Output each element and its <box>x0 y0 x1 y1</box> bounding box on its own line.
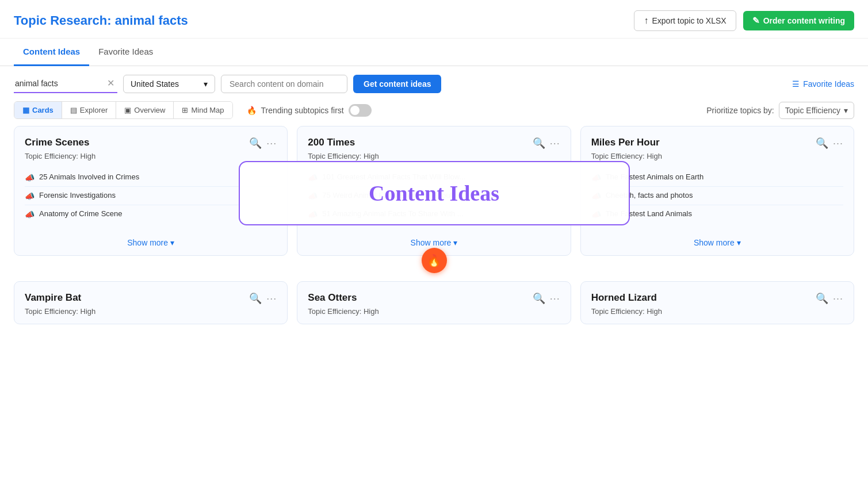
card-miles-per-hour: Miles Per Hour 🔍 ··· Topic Efficiency: H… <box>580 126 854 256</box>
page-header: Topic Research: animal facts ↑ Export to… <box>0 0 868 39</box>
view-switcher-bar: ▦ Cards ▤ Explorer ▣ Overview ⊞ Mind Map… <box>0 101 868 126</box>
topic-search-input[interactable] <box>15 79 107 88</box>
view-explorer-button[interactable]: ▤ Explorer <box>62 102 116 118</box>
card-search-button[interactable]: 🔍 <box>249 137 262 149</box>
edit-icon: ✎ <box>752 16 760 26</box>
chevron-down-icon: ▾ <box>453 238 457 247</box>
view-mindmap-button[interactable]: ⊞ Mind Map <box>174 102 232 118</box>
card-more-button[interactable]: ··· <box>266 137 277 149</box>
show-more-button[interactable]: Show more ▾ <box>591 230 843 255</box>
favorite-ideas-link[interactable]: ☰ Favorite Ideas <box>792 79 854 89</box>
fire-icon: 🔥 <box>427 254 441 267</box>
overview-icon: ▣ <box>124 106 131 114</box>
mindmap-icon: ⊞ <box>182 106 188 114</box>
card-items-list: 📣 25 Animals Involved in Crimes 📣 Forens… <box>25 168 277 223</box>
tab-bar: Content Ideas Favorite Ideas <box>0 39 868 66</box>
card-title: Vampire Bat <box>25 292 81 304</box>
chevron-down-icon: ▾ <box>204 79 208 89</box>
card-more-button[interactable]: ··· <box>550 137 560 149</box>
card-header: Horned Lizard 🔍 ··· <box>591 292 843 305</box>
card-sea-otters: Sea Otters 🔍 ··· Topic Efficiency: High <box>297 281 571 324</box>
view-overview-button[interactable]: ▣ Overview <box>116 102 174 118</box>
card-efficiency: Topic Efficiency: High <box>25 152 277 160</box>
card-search-button[interactable]: 🔍 <box>816 292 828 305</box>
view-cards-button[interactable]: ▦ Cards <box>14 102 62 118</box>
clear-search-button[interactable]: ✕ <box>107 78 114 89</box>
toggle-knob <box>350 106 360 115</box>
card-crime-scenes: Crime Scenes 🔍 ··· Topic Efficiency: Hig… <box>14 126 288 256</box>
order-content-button[interactable]: ✎ Order content writing <box>743 11 854 30</box>
card-more-button[interactable]: ··· <box>550 293 560 305</box>
chevron-down-icon: ▾ <box>844 106 848 115</box>
card-search-button[interactable]: 🔍 <box>816 137 828 149</box>
card-header: Crime Scenes 🔍 ··· <box>25 137 277 149</box>
megaphone-icon: 📣 <box>591 210 601 219</box>
card-vampire-bat: Vampire Bat 🔍 ··· Topic Efficiency: High <box>14 281 288 324</box>
cards-grid-row1: Crime Scenes 🔍 ··· Topic Efficiency: Hig… <box>14 126 854 256</box>
list-item: 📣 25 Animals Involved in Crimes <box>25 168 277 187</box>
tab-favorite-ideas[interactable]: Favorite Ideas <box>89 39 162 66</box>
megaphone-icon: 📣 <box>25 210 35 219</box>
card-actions: 🔍 ··· <box>249 292 277 305</box>
card-search-button[interactable]: 🔍 <box>533 292 545 305</box>
card-items-list: 📣 The Fastest Animals on Earth 📣 Cheetah… <box>591 168 843 223</box>
tab-content-ideas[interactable]: Content Ideas <box>14 39 89 66</box>
card-header: 200 Times 🔍 ··· <box>308 137 560 149</box>
fire-icon: 🔥 <box>247 106 257 115</box>
get-content-ideas-button[interactable]: Get content ideas <box>353 75 441 93</box>
card-efficiency: Topic Efficiency: High <box>591 307 843 316</box>
card-more-button[interactable]: ··· <box>833 293 843 305</box>
card-actions: 🔍 ··· <box>533 137 560 149</box>
domain-search-input[interactable] <box>221 75 347 93</box>
card-horned-lizard: Horned Lizard 🔍 ··· Topic Efficiency: Hi… <box>580 281 854 324</box>
card-title: Sea Otters <box>308 292 357 304</box>
page-title: Topic Research: animal facts <box>14 13 188 28</box>
megaphone-icon: 📣 <box>308 210 318 219</box>
card-actions: 🔍 ··· <box>816 292 843 305</box>
card-title: Horned Lizard <box>591 292 657 304</box>
export-button[interactable]: ↑ Export topic to XLSX <box>634 10 736 31</box>
card-more-button[interactable]: ··· <box>266 293 277 305</box>
card-actions: 🔍 ··· <box>533 292 560 305</box>
priority-dropdown[interactable]: Topic Efficiency ▾ <box>779 102 854 119</box>
card-header: Sea Otters 🔍 ··· <box>308 292 560 305</box>
cards-icon: ▦ <box>22 106 29 114</box>
chevron-down-icon: ▾ <box>737 238 741 247</box>
explorer-icon: ▤ <box>70 106 77 114</box>
card-more-button[interactable]: ··· <box>833 137 843 149</box>
card-actions: 🔍 ··· <box>816 137 843 149</box>
trending-toggle-wrap: 🔥 Trending subtopics first <box>247 104 372 117</box>
card-200-times: 200 Times 🔍 ··· Topic Efficiency: High 📣… <box>297 126 571 256</box>
header-actions: ↑ Export topic to XLSX ✎ Order content w… <box>634 10 854 31</box>
card-search-button[interactable]: 🔍 <box>249 292 262 305</box>
card-efficiency: Topic Efficiency: High <box>308 307 560 316</box>
list-item: 📣 Anatomy of Crime Scene <box>25 205 277 223</box>
list-item: 📣 101 Greatest Animal Facts That Will Bl… <box>308 168 560 187</box>
list-item: 📣 The Fastest Land Animals <box>591 205 843 223</box>
show-more-button[interactable]: Show more ▾ <box>25 230 277 255</box>
card-items-list: 📣 101 Greatest Animal Facts That Will Bl… <box>308 168 560 223</box>
card-search-button[interactable]: 🔍 <box>533 137 545 149</box>
card-efficiency: Topic Efficiency: High <box>308 152 560 160</box>
megaphone-icon: 📣 <box>591 173 601 182</box>
view-buttons: ▦ Cards ▤ Explorer ▣ Overview ⊞ Mind Map <box>14 101 233 119</box>
trending-toggle[interactable] <box>349 104 372 117</box>
card-efficiency: Topic Efficiency: High <box>25 307 277 316</box>
list-item: 📣 Forensic Investigations <box>25 187 277 205</box>
card-title: Miles Per Hour <box>591 137 660 148</box>
card-title: Crime Scenes <box>25 137 89 148</box>
megaphone-icon: 📣 <box>308 191 318 201</box>
card-title: 200 Times <box>308 137 355 148</box>
list-item: 📣 The Fastest Animals on Earth <box>591 168 843 187</box>
card-header: Miles Per Hour 🔍 ··· <box>591 137 843 149</box>
megaphone-icon: 📣 <box>25 191 35 201</box>
toolbar: ✕ United States ▾ Get content ideas ☰ Fa… <box>0 66 868 101</box>
hot-button[interactable]: 🔥 <box>422 248 447 273</box>
list-item: 📣 Cheetah, facts and photos <box>591 187 843 205</box>
card-actions: 🔍 ··· <box>249 137 277 149</box>
prioritize-wrap: Prioritize topics by: Topic Efficiency ▾ <box>706 102 854 119</box>
card-efficiency: Topic Efficiency: High <box>591 152 843 160</box>
card-header: Vampire Bat 🔍 ··· <box>25 292 277 305</box>
country-dropdown[interactable]: United States ▾ <box>123 75 215 93</box>
list-item: 📣 51 Amazing Animal Facts To Share With … <box>308 205 560 223</box>
